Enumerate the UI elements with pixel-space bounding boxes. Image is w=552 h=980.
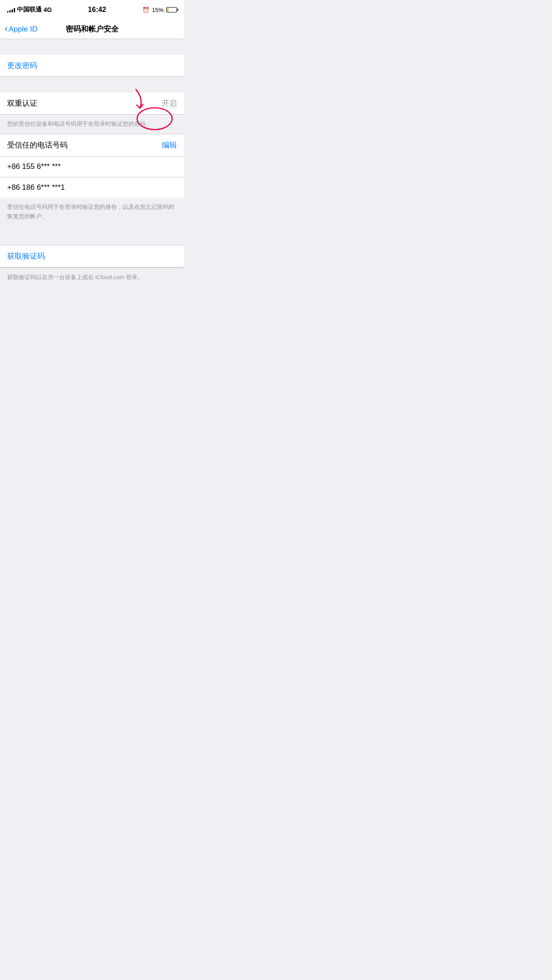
edit-button[interactable]: 编辑 (162, 140, 177, 150)
back-button[interactable]: ‹ Apple ID (4, 24, 38, 34)
two-factor-header: 双重认证 开启 (0, 92, 184, 115)
alarm-icon: ⏰ (142, 7, 149, 13)
battery-percent-label: 15% (152, 7, 164, 13)
phone-number-2: +86 186 6*** ***1 (7, 183, 65, 192)
get-code-footer: 获取验证码以在另一台设备上或在 iCloud.com 登录。 (0, 268, 184, 286)
trusted-phones-footer-text: 受信任电话号码用于在登录时验证您的身份，以及在您忘记密码时恢复您的帐户。 (7, 204, 175, 220)
page-title: 密码和帐户安全 (66, 24, 119, 34)
time-label: 16:42 (88, 6, 106, 14)
get-code-footer-text: 获取验证码以在另一台设备上或在 iCloud.com 登录。 (7, 274, 143, 280)
section-gap-top (0, 39, 184, 55)
trusted-phones-header: 受信任的电话号码 编辑 (0, 134, 184, 156)
status-left: 中国联通 4G (7, 6, 52, 14)
get-code-cell[interactable]: 获取验证码 (0, 245, 184, 268)
battery-icon (166, 7, 177, 12)
phone-number-1: +86 155 6*** *** (7, 162, 61, 171)
back-chevron-icon: ‹ (4, 24, 8, 34)
two-factor-label: 双重认证 (7, 98, 37, 108)
phone-cell-2: +86 186 6*** ***1 (0, 177, 184, 198)
two-factor-description: 您的受信任设备和电话号码用于在登录时验证您的身份。 (7, 120, 152, 127)
section-gap-2 (0, 77, 184, 92)
two-factor-description-cell: 您的受信任设备和电话号码用于在登录时验证您的身份。 (0, 115, 184, 134)
phone-cell-1: +86 155 6*** *** (0, 156, 184, 177)
status-right: ⏰ 15% (142, 7, 177, 13)
change-password-cell[interactable]: 更改密码 (0, 55, 184, 77)
back-label: Apple ID (8, 25, 37, 34)
nav-bar: ‹ Apple ID 密码和帐户安全 (0, 20, 184, 39)
trusted-phones-label: 受信任的电话号码 (7, 140, 68, 150)
get-code-section: 获取验证码 (0, 245, 184, 268)
two-factor-status: 开启 (162, 98, 177, 108)
signal-bars-icon (7, 7, 15, 12)
network-label: 4G (44, 6, 52, 13)
change-password-label: 更改密码 (7, 60, 37, 71)
get-code-label: 获取验证码 (7, 252, 45, 260)
carrier-label: 中国联通 (17, 6, 42, 14)
trusted-phones-footer: 受信任电话号码用于在登录时验证您的身份，以及在您忘记密码时恢复您的帐户。 (0, 198, 184, 229)
status-bar: 中国联通 4G 16:42 ⏰ 15% (0, 0, 184, 20)
